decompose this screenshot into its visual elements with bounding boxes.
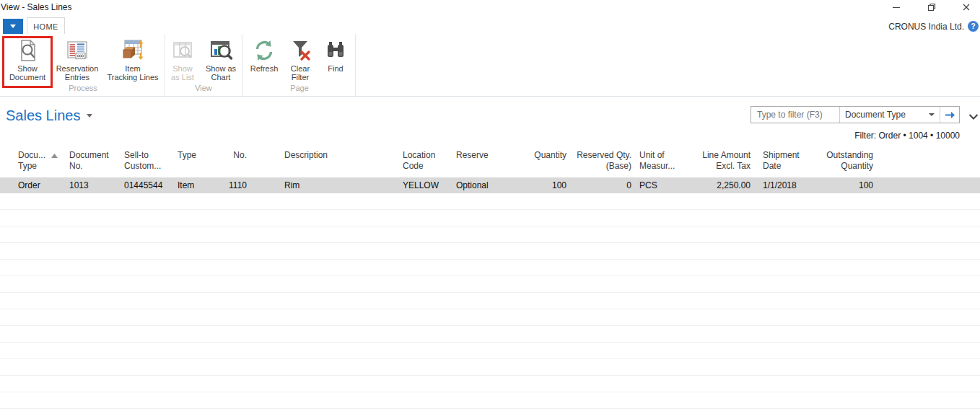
show-document-button[interactable]: ShowDocument	[1, 38, 53, 82]
show-document-icon	[15, 38, 40, 63]
expand-filter-pane-button[interactable]	[968, 110, 979, 123]
reservation-entries-button[interactable]: ReservationEntries	[53, 38, 101, 82]
column-header-description[interactable]: Description	[251, 150, 393, 161]
tab-home[interactable]: HOME	[27, 17, 65, 35]
clear-filter-icon	[288, 38, 312, 63]
cell-reserved-qty-base[interactable]: 0	[570, 177, 635, 193]
active-filter-summary: Filter: Order • 1004 • 10000	[854, 131, 960, 141]
header-line1: Reserved Qty.	[577, 150, 631, 160]
header-line2: Measur...	[639, 161, 675, 171]
header-line1: Reserve	[456, 150, 489, 160]
table-header-row: Docu...TypeDocumentNo.Sell-toCustom...Ty…	[0, 150, 980, 177]
header-line2: Code	[403, 161, 424, 171]
button-label: Clear	[291, 64, 310, 73]
show-as-list-button: Showas List	[165, 38, 200, 82]
button-label: Show	[171, 64, 194, 73]
header-line1: Description	[284, 150, 328, 160]
restore-button[interactable]	[922, 1, 941, 13]
filter-field-dropdown[interactable]: Document Type	[839, 107, 940, 123]
header-line2: Custom...	[124, 161, 161, 171]
apply-filter-button[interactable]	[940, 107, 959, 123]
header-line1: Quantity	[534, 150, 566, 160]
header-line2: Quantity	[841, 161, 873, 171]
column-header-location-code[interactable]: LocationCode	[393, 150, 451, 172]
table-row[interactable]: Order101301445544Item1110RimYELLOWOption…	[0, 177, 980, 193]
application-menu-button[interactable]	[3, 19, 23, 34]
restore-icon	[927, 3, 936, 12]
cell-location-code[interactable]: YELLOW	[393, 177, 451, 193]
header-line1: Document	[69, 150, 109, 160]
header-line2: (Base)	[606, 161, 631, 171]
header-line1: Line Amount	[702, 150, 751, 160]
cell-shipment-date[interactable]: 1/1/2018	[756, 177, 815, 193]
cell-sell-to-custom[interactable]: 01445544	[119, 177, 173, 193]
header-line2: Excl. Tax	[716, 161, 751, 171]
button-label: Reservation	[56, 64, 99, 73]
column-header-reserved-qty-base[interactable]: Reserved Qty.(Base)	[570, 150, 635, 172]
button-label: Show	[9, 64, 45, 73]
button-label: Refresh	[250, 64, 279, 73]
sales-lines-window: View - Sales Lines HOME CRONUS India Ltd…	[0, 0, 980, 414]
sort-ascending-icon	[51, 154, 58, 158]
cell-type[interactable]: Item	[173, 177, 215, 193]
header-line1: Docu...	[18, 150, 45, 160]
header-line2: Type	[18, 161, 37, 171]
ribbon-group-page: Refresh ClearFilter	[242, 34, 356, 96]
column-header-quantity[interactable]: Quantity	[505, 150, 570, 161]
minimize-button[interactable]	[887, 1, 906, 13]
help-icon[interactable]: ?	[968, 21, 979, 32]
column-header-type[interactable]: Type	[173, 150, 215, 161]
column-header-line-amount-excl-tax[interactable]: Line AmountExcl. Tax	[696, 150, 756, 172]
ribbon-group-label-page: Page	[247, 84, 352, 96]
cell-no[interactable]: 1110	[215, 177, 251, 193]
filter-field-value: Document Type	[845, 110, 906, 120]
column-header-no[interactable]: No.	[215, 150, 251, 161]
refresh-button[interactable]: Refresh	[247, 38, 281, 73]
header-line1: Location	[403, 150, 435, 160]
ribbon-group-label-view: View	[165, 84, 242, 96]
column-header-unit-of-measur[interactable]: Unit ofMeasur...	[635, 150, 696, 172]
column-header-outstanding-quantity[interactable]: OutstandingQuantity	[815, 150, 877, 172]
button-label: Find	[328, 64, 343, 73]
ribbon-group-process: ShowDocument	[0, 34, 165, 96]
find-button[interactable]: Find	[319, 38, 352, 73]
cell-docu-type[interactable]: Order	[0, 177, 65, 193]
button-label: Show as	[206, 64, 236, 73]
cell-unit-of-measur[interactable]: PCS	[635, 177, 696, 193]
cell-reserve[interactable]: Optional	[451, 177, 505, 193]
header-line1: Type	[178, 150, 196, 160]
column-header-docu-type[interactable]: Docu...Type	[0, 150, 65, 172]
page-title[interactable]: Sales Lines	[6, 107, 92, 124]
chevron-down-icon	[10, 25, 16, 28]
cell-quantity[interactable]: 100	[505, 177, 570, 193]
cell-line-amount-excl-tax[interactable]: 2,250.00	[696, 177, 756, 193]
cell-outstanding-quantity[interactable]: 100	[815, 177, 877, 193]
cell-description[interactable]: Rim	[251, 177, 393, 193]
header-line1: No.	[233, 150, 247, 160]
clear-filter-button[interactable]: ClearFilter	[281, 38, 319, 82]
page-title-text: Sales Lines	[6, 107, 80, 123]
button-label: Item	[107, 64, 158, 73]
button-label: Entries	[56, 73, 99, 82]
cell-document-no[interactable]: 1013	[65, 177, 119, 193]
button-label: as List	[171, 73, 194, 82]
filter-bar: Document Type	[751, 106, 960, 123]
refresh-icon	[252, 38, 276, 63]
empty-rows-area	[0, 193, 980, 414]
close-button[interactable]	[957, 1, 976, 13]
column-header-shipment-date[interactable]: ShipmentDate	[756, 150, 815, 172]
find-icon	[323, 38, 348, 63]
filter-input[interactable]	[751, 107, 839, 123]
header-line2: Date	[763, 161, 781, 171]
header-line1: Outstanding	[826, 150, 873, 160]
show-as-chart-icon	[209, 38, 233, 63]
chevron-down-icon	[87, 114, 92, 118]
button-label: Chart	[206, 73, 236, 82]
item-tracking-lines-button[interactable]: ItemTracking Lines	[101, 38, 165, 82]
column-header-sell-to-custom[interactable]: Sell-toCustom...	[119, 150, 173, 172]
header-line1: Shipment	[763, 150, 800, 160]
column-header-document-no[interactable]: DocumentNo.	[65, 150, 119, 172]
column-header-reserve[interactable]: Reserve	[451, 150, 505, 161]
header-line2: No.	[69, 161, 83, 171]
show-as-chart-button[interactable]: Show asChart	[200, 38, 242, 82]
